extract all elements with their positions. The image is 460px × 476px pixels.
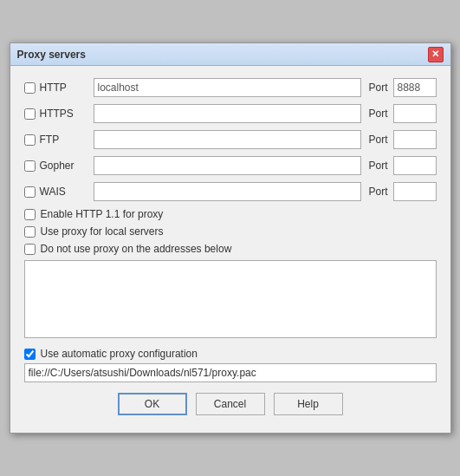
noproxy-checkbox[interactable] — [24, 244, 36, 255]
proxy-input-https[interactable] — [94, 104, 362, 123]
auto-proxy-section: Use automatic proxy configuration — [24, 348, 437, 382]
proxy-row-ftp: FTP Port — [24, 130, 437, 149]
proxy-checkbox-wrap-https: HTTPS — [24, 108, 94, 120]
proxy-input-gopher[interactable] — [94, 156, 362, 175]
noproxy-label: Do not use proxy on the addresses below — [41, 243, 232, 255]
proxy-label-gopher: Gopher — [40, 160, 75, 172]
http11-checkbox[interactable] — [24, 209, 36, 220]
proxy-label-ftp: FTP — [40, 134, 60, 146]
proxy-input-wais[interactable] — [94, 182, 362, 201]
close-button[interactable]: ✕ — [428, 47, 444, 62]
port-label-https: Port — [368, 108, 387, 120]
title-bar: Proxy servers ✕ — [10, 43, 450, 66]
port-input-wais[interactable] — [393, 182, 437, 201]
dialog-body: HTTP Port HTTPS Port FTP Port Go — [10, 66, 450, 433]
help-button[interactable]: Help — [274, 393, 343, 415]
autoproxy-label: Use automatic proxy configuration — [41, 348, 198, 360]
port-input-gopher[interactable] — [393, 156, 437, 175]
no-proxy-section: Do not use proxy on the addresses below — [24, 243, 437, 341]
dialog-title: Proxy servers — [17, 49, 86, 61]
proxy-checkbox-wais[interactable] — [24, 186, 36, 198]
autoproxy-option-row: Use automatic proxy configuration — [24, 348, 437, 360]
noproxy-option-row: Do not use proxy on the addresses below — [24, 243, 437, 255]
port-input-http[interactable] — [393, 78, 437, 97]
proxy-input-http[interactable] — [94, 78, 362, 97]
button-row: OK Cancel Help — [24, 393, 437, 424]
noproxy-textarea[interactable] — [24, 260, 437, 338]
autoproxy-checkbox[interactable] — [24, 349, 36, 360]
proxy-checkbox-gopher[interactable] — [24, 160, 36, 172]
local-label: Use proxy for local servers — [41, 225, 164, 238]
http11-option-row: Enable HTTP 1.1 for proxy — [24, 208, 437, 220]
proxy-checkbox-wrap-gopher: Gopher — [24, 160, 94, 172]
port-input-https[interactable] — [393, 104, 437, 123]
port-label-ftp: Port — [368, 134, 387, 146]
options-section: Enable HTTP 1.1 for proxy Use proxy for … — [24, 208, 437, 238]
proxy-label-http: HTTP — [40, 82, 67, 94]
proxy-checkbox-wrap-wais: WAIS — [24, 186, 94, 198]
proxy-label-wais: WAIS — [40, 186, 66, 198]
proxy-checkbox-wrap-http: HTTP — [24, 82, 94, 94]
proxy-checkbox-wrap-ftp: FTP — [24, 134, 94, 146]
proxy-row-gopher: Gopher Port — [24, 156, 437, 175]
proxy-rows: HTTP Port HTTPS Port FTP Port Go — [24, 78, 437, 201]
noproxy-textarea-container — [24, 258, 437, 341]
proxy-checkbox-https[interactable] — [24, 108, 36, 120]
proxy-row-wais: WAIS Port — [24, 182, 437, 201]
local-option-row: Use proxy for local servers — [24, 225, 437, 238]
proxy-servers-dialog: Proxy servers ✕ HTTP Port HTTPS Port FTP — [10, 42, 451, 434]
http11-label: Enable HTTP 1.1 for proxy — [41, 208, 164, 220]
port-label-wais: Port — [368, 186, 387, 198]
proxy-row-http: HTTP Port — [24, 78, 437, 97]
proxy-label-https: HTTPS — [40, 108, 74, 120]
port-input-ftp[interactable] — [393, 130, 437, 149]
proxy-checkbox-http[interactable] — [24, 82, 36, 94]
autoproxy-url-input[interactable] — [24, 363, 437, 382]
port-label-gopher: Port — [368, 160, 387, 172]
proxy-input-ftp[interactable] — [94, 130, 362, 149]
cancel-button[interactable]: Cancel — [196, 393, 265, 415]
proxy-checkbox-ftp[interactable] — [24, 134, 36, 146]
proxy-row-https: HTTPS Port — [24, 104, 437, 123]
ok-button[interactable]: OK — [118, 393, 187, 415]
port-label-http: Port — [368, 82, 387, 94]
local-checkbox[interactable] — [24, 226, 36, 238]
